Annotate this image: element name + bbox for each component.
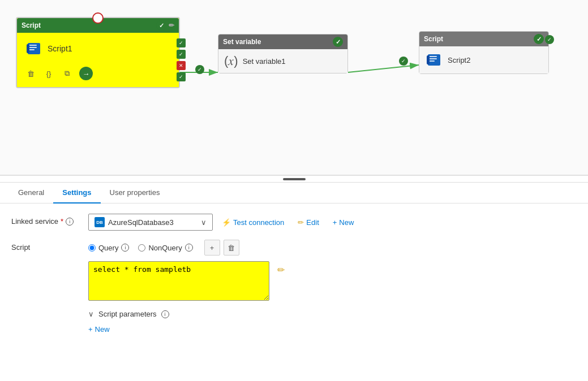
- delete-script-button[interactable]: 🗑: [224, 240, 239, 256]
- edit-button[interactable]: ✏ Edit: [293, 215, 323, 230]
- script1-inner: Script1: [25, 40, 171, 58]
- test-connection-button[interactable]: ⚡ Test connection: [217, 215, 289, 230]
- query-radio-label[interactable]: Query i: [88, 244, 129, 252]
- test-connection-icon: ⚡: [222, 218, 231, 227]
- script2-title: Script: [424, 35, 443, 43]
- script1-delete-icon[interactable]: 🗑: [25, 68, 36, 79]
- script1-edit-icon: ✏: [169, 21, 174, 29]
- linked-service-row: Linked service * i DB AzureSqlDatabase3 …: [11, 214, 577, 231]
- linked-service-value: AzureSqlDatabase3: [108, 218, 174, 227]
- new-plus-icon: +: [333, 218, 337, 227]
- svg-line-2: [348, 65, 419, 72]
- script1-actions: 🗑 {} ⧉ →: [25, 67, 93, 80]
- script-params-row: ∨ Script parameters i: [11, 310, 577, 318]
- tab-general[interactable]: General: [9, 183, 53, 204]
- script-params-indent: [11, 310, 79, 313]
- tab-settings[interactable]: Settings: [53, 183, 100, 204]
- status-dot-3: ✕: [177, 61, 186, 70]
- script-label: Script: [11, 240, 79, 252]
- divider-handle: [283, 178, 306, 180]
- script2-icon: [425, 51, 443, 69]
- linked-service-controls: DB AzureSqlDatabase3 ∨ ⚡ Test connection…: [88, 214, 577, 231]
- script2-label: Script2: [448, 56, 470, 64]
- script-type-radio-group: Query i NonQuery i: [88, 244, 193, 252]
- status-dot-2: ✓: [177, 50, 186, 59]
- script2-header: Script ✓: [419, 32, 548, 46]
- script2-right-check: ✓: [545, 35, 554, 44]
- query-info-icon[interactable]: i: [121, 244, 129, 252]
- query-textarea[interactable]: select * from sampletb: [88, 261, 269, 301]
- script1-icon: [25, 40, 43, 58]
- svg-rect-4: [29, 45, 37, 46]
- connector1-check: ✓: [195, 65, 204, 74]
- script1-check-badge: ✓: [156, 20, 166, 31]
- edit-query-button[interactable]: ✏: [275, 263, 287, 276]
- expand-params-icon[interactable]: ∨: [88, 310, 94, 318]
- new-param-plus-icon: +: [88, 325, 93, 334]
- new-param-row: + New: [11, 323, 577, 336]
- script1-label: Script1: [48, 44, 72, 53]
- script1-braces-icon[interactable]: {}: [43, 68, 54, 79]
- add-script-button[interactable]: +: [204, 240, 220, 256]
- svg-rect-5: [29, 47, 37, 48]
- nonquery-radio-label[interactable]: NonQuery i: [138, 244, 192, 252]
- script1-error-indicator: [92, 12, 104, 24]
- svg-rect-10: [429, 58, 437, 59]
- settings-panel: Linked service * i DB AzureSqlDatabase3 …: [0, 204, 588, 355]
- new-param-indent: [11, 323, 79, 326]
- script2-check: ✓: [534, 34, 544, 44]
- svg-rect-11: [429, 60, 435, 62]
- svg-rect-7: [27, 44, 29, 53]
- script-params-label: Script parameters: [98, 310, 157, 318]
- script-controls: Query i NonQuery i + 🗑: [88, 240, 577, 301]
- status-dot-4: ✓: [177, 72, 186, 81]
- svg-rect-6: [29, 49, 35, 50]
- script1-arrow-icon[interactable]: →: [79, 67, 93, 80]
- setvariable-label: Set variable1: [243, 57, 286, 66]
- setvariable-icon: (𝑥): [224, 54, 238, 68]
- new-param-controls: + New: [88, 323, 577, 336]
- setvariable-title: Set variable: [223, 38, 261, 46]
- script2-node[interactable]: Script ✓ ✓ Script2: [419, 31, 549, 74]
- setvariable-header: Set variable ✓: [218, 34, 347, 49]
- edit-query-pencil-icon: ✏: [277, 265, 285, 275]
- nonquery-radio[interactable]: [138, 244, 145, 252]
- status-dot-1: ✓: [177, 38, 186, 47]
- edit-pencil-icon: ✏: [298, 218, 304, 227]
- bottom-panel: General Settings User properties Linked …: [0, 182, 588, 355]
- nonquery-info-icon[interactable]: i: [185, 244, 193, 252]
- new-param-button[interactable]: + New: [88, 323, 110, 336]
- script1-copy-icon[interactable]: ⧉: [61, 68, 72, 79]
- dropdown-chevron: ∨: [201, 218, 207, 227]
- svg-rect-9: [429, 56, 437, 57]
- pipeline-canvas[interactable]: Script ✓ ✏ ✓ ✓ ✕ ✓: [0, 0, 588, 175]
- panel-divider[interactable]: [0, 175, 588, 182]
- tabs-bar: General Settings User properties: [0, 183, 588, 204]
- script-params-info-icon[interactable]: i: [161, 310, 169, 318]
- azure-sql-icon: DB: [95, 217, 105, 227]
- script1-title: Script: [22, 21, 41, 29]
- required-asterisk: *: [61, 217, 63, 226]
- setvariable-body: (𝑥) Set variable1: [218, 49, 347, 73]
- script-parameters-section: ∨ Script parameters i: [88, 310, 169, 318]
- script-row: Script Query i NonQuery i: [11, 240, 577, 301]
- script1-node[interactable]: Script ✓ ✏ ✓ ✓ ✕ ✓: [16, 17, 180, 88]
- linked-service-label: Linked service * i: [11, 214, 79, 226]
- linked-service-dropdown[interactable]: DB AzureSqlDatabase3 ∨: [88, 214, 213, 231]
- connector2-check: ✓: [399, 57, 408, 66]
- setvariable-node[interactable]: Set variable ✓ (𝑥) Set variable1: [218, 34, 348, 73]
- query-radio[interactable]: [88, 244, 96, 252]
- new-linked-service-button[interactable]: + New: [328, 215, 359, 230]
- setvariable-check: ✓: [333, 37, 343, 47]
- linked-service-info-icon[interactable]: i: [66, 218, 74, 226]
- script2-body: Script2: [419, 46, 548, 73]
- svg-rect-12: [427, 55, 430, 64]
- script-params-controls: ∨ Script parameters i: [88, 310, 577, 318]
- tab-user-properties[interactable]: User properties: [101, 183, 169, 204]
